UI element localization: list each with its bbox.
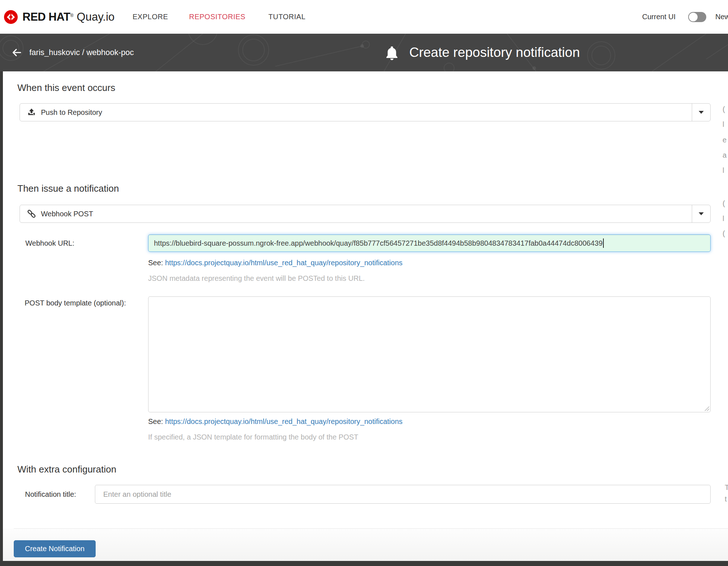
form-footer: Create Notification: [3, 528, 728, 561]
create-notification-button[interactable]: Create Notification: [14, 540, 96, 557]
notification-section-heading: Then issue a notification: [17, 183, 119, 194]
post-body-docs-link[interactable]: https://docs.projectquay.io/html/use_red…: [165, 417, 403, 425]
event-section-heading: When this event occurs: [17, 82, 115, 93]
red-hat-logo-icon: [4, 10, 18, 24]
event-select[interactable]: Push to Repository: [20, 103, 711, 121]
top-navigation-bar: RED HAT® Quay.io EXPLORE REPOSITORIES TU…: [0, 0, 728, 34]
cutoff-text-fragment: (: [723, 105, 725, 113]
notification-method-selected-value: Webhook POST: [41, 210, 93, 218]
see-prefix: See:: [148, 259, 165, 267]
text-cursor: [603, 238, 604, 248]
link-icon: [27, 209, 36, 218]
brand-redhat-text: RED HAT: [22, 11, 70, 24]
breadcrumb: faris_huskovic / webhook-poc: [12, 34, 134, 71]
cutoff-text-fragment: l: [723, 166, 724, 175]
webhook-help-text: JSON metadata representing the event wil…: [148, 274, 365, 283]
post-body-see-line: See: https://docs.projectquay.io/html/us…: [148, 417, 402, 426]
webhook-url-label: Webhook URL:: [25, 234, 74, 252]
post-body-help-text: If specified, a JSON template for format…: [148, 433, 358, 441]
event-select-caret-button[interactable]: [692, 104, 710, 121]
notification-title-label: Notification title:: [25, 485, 76, 504]
cutoff-text-fragment: l: [723, 215, 724, 223]
footer-divider: [14, 528, 728, 529]
cutoff-text-fragment: (: [723, 229, 725, 238]
page-header: faris_huskovic / webhook-poc Create repo…: [0, 34, 728, 71]
back-arrow-icon[interactable]: [12, 48, 21, 57]
page-title: Create repository notification: [409, 45, 580, 60]
cutoff-text-fragment: t: [725, 495, 727, 503]
cutoff-text-fragment: l: [723, 120, 724, 129]
notification-form-panel: When this event occurs Push to Repositor…: [3, 71, 728, 561]
webhook-url-value: https://bluebird-square-possum.ngrok-fre…: [154, 239, 603, 247]
quay-create-notification-page: RED HAT® Quay.io EXPLORE REPOSITORIES TU…: [0, 0, 728, 566]
notification-select-caret-button[interactable]: [692, 205, 710, 222]
page-title-group: Create repository notification: [385, 34, 580, 71]
upload-icon: [27, 108, 36, 117]
post-body-template-textarea[interactable]: [148, 296, 711, 412]
cutoff-text-fragment: a: [723, 151, 727, 159]
current-ui-label: Current UI: [642, 0, 675, 34]
chevron-down-icon: [699, 212, 704, 215]
bell-icon: [385, 45, 399, 60]
notification-method-select[interactable]: Webhook POST: [20, 205, 711, 223]
webhook-docs-link[interactable]: https://docs.projectquay.io/html/use_red…: [165, 259, 403, 267]
notification-title-input[interactable]: [95, 485, 711, 504]
new-ui-label: New: [715, 0, 728, 34]
nav-link-tutorial[interactable]: TUTORIAL: [268, 0, 306, 34]
cutoff-text-fragment: e: [723, 136, 727, 144]
ui-version-toggle[interactable]: [688, 12, 706, 22]
webhook-url-input[interactable]: https://bluebird-square-possum.ngrok-fre…: [148, 234, 711, 252]
breadcrumb-repo-path[interactable]: faris_huskovic / webhook-poc: [29, 48, 134, 57]
extra-config-heading: With extra configuration: [17, 464, 116, 475]
toggle-knob: [689, 13, 698, 21]
nav-link-repositories[interactable]: REPOSITORIES: [189, 0, 246, 34]
webhook-see-line: See: https://docs.projectquay.io/html/us…: [148, 259, 402, 267]
textarea-resize-handle[interactable]: [703, 405, 710, 411]
cutoff-text-fragment: (: [723, 199, 725, 208]
quay-brand[interactable]: RED HAT® Quay.io: [4, 0, 114, 34]
registered-mark: ®: [70, 13, 74, 18]
brand-product-text: Quay.io: [77, 11, 115, 24]
post-body-label: POST body template (optional):: [25, 299, 126, 307]
chevron-down-icon: [699, 111, 704, 114]
nav-link-explore[interactable]: EXPLORE: [133, 0, 168, 34]
cutoff-text-fragment: T: [725, 483, 728, 492]
event-selected-value: Push to Repository: [41, 108, 102, 117]
see-prefix: See:: [148, 417, 165, 425]
